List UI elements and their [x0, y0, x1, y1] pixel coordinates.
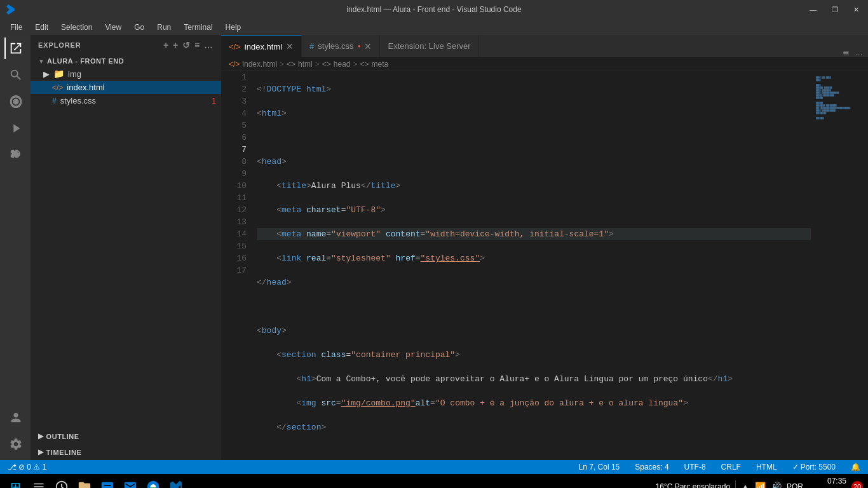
menu-go[interactable]: Go	[129, 22, 149, 33]
code-line-6: <meta charset="UTF-8">	[257, 204, 811, 216]
sidebar-item-index-html[interactable]: </> index.html	[31, 81, 221, 94]
activity-account[interactable]	[4, 407, 26, 428]
tab-label-styles: styles.css	[318, 41, 353, 51]
taskbar-time: 07:35	[827, 476, 846, 487]
code-line-7: <meta name="viewport" content="width=dev…	[257, 228, 811, 240]
breadcrumb-icon: </>	[229, 60, 240, 69]
taskbar-mail[interactable]	[121, 477, 140, 488]
tab-index-html[interactable]: </> index.html ✕	[221, 35, 302, 57]
title-bar-controls[interactable]: — ❐ ✕	[807, 6, 862, 14]
activity-search[interactable]	[4, 64, 26, 86]
taskbar-timer-icon[interactable]	[52, 477, 71, 488]
taskbar-clock[interactable]: 07:35 24/05/2023	[808, 476, 846, 488]
window-title: index.html — Alura - Front end - Visual …	[346, 5, 521, 14]
restore-button[interactable]: ❐	[829, 6, 841, 14]
status-notifications[interactable]: 🔔	[848, 463, 863, 471]
tab-css-icon: #	[309, 41, 314, 51]
close-button[interactable]: ✕	[851, 6, 862, 14]
taskbar-file-manager[interactable]	[75, 477, 94, 488]
status-live-server[interactable]: ✓ Port: 5500	[790, 463, 838, 471]
activity-extensions[interactable]	[4, 144, 26, 166]
folder-name-img: img	[68, 69, 81, 79]
taskbar-task-view[interactable]	[29, 477, 48, 488]
editor-area: </> index.html ✕ # styles.css ● ✕ Extens…	[221, 35, 868, 460]
breadcrumb-html[interactable]: <> html	[287, 60, 313, 69]
code-line-15: </section>	[257, 421, 811, 433]
breadcrumb-meta[interactable]: <> meta	[360, 60, 389, 69]
tab-close-styles[interactable]: ✕	[364, 41, 372, 51]
status-language[interactable]: HTML	[754, 463, 780, 471]
code-line-3	[257, 132, 811, 144]
menu-terminal[interactable]: Terminal	[179, 22, 217, 33]
status-line-ending[interactable]: CRLF	[719, 463, 743, 471]
windows-start-button[interactable]: ⊞	[5, 477, 25, 488]
sidebar-bottom-sections: ▶ OUTLINE ▶ TIMELINE	[31, 428, 221, 460]
chevron-right-icon: ▶	[38, 432, 44, 440]
tab-close-index[interactable]: ✕	[286, 41, 294, 51]
code-content[interactable]: <!DOCTYPE html> <html> <head> <title>Alu…	[252, 71, 811, 460]
code-line-13: <h1>Com a Combo+, você pode aproveitar o…	[257, 373, 811, 385]
css-badge: 1	[212, 97, 216, 105]
editor-layout-icons: ≣ …	[837, 48, 868, 57]
taskbar-language[interactable]: POR	[787, 482, 803, 488]
menu-file[interactable]: File	[5, 22, 27, 33]
status-encoding[interactable]: UTF-8	[682, 463, 709, 471]
activity-explorer[interactable]	[4, 37, 26, 59]
taskbar-edge[interactable]	[144, 477, 163, 488]
menu-bar: File Edit Selection View Go Run Terminal…	[0, 19, 868, 35]
code-line-9: </head>	[257, 276, 811, 288]
code-line-14: <img src="img/combo.png"alt="O combo + é…	[257, 397, 811, 409]
activity-source-control[interactable]	[4, 91, 26, 112]
refresh-icon[interactable]: ↺	[182, 40, 191, 50]
main-layout: EXPLORER + + ↺ ≡ … ▼ ALURA - FRONT END ▶…	[0, 35, 868, 460]
breadcrumb-head[interactable]: <> head	[322, 60, 351, 69]
activity-run-debug[interactable]	[4, 118, 26, 139]
status-position[interactable]: Ln 7, Col 15	[576, 463, 623, 471]
menu-selection[interactable]: Selection	[56, 22, 97, 33]
notification-count[interactable]: 20	[851, 481, 863, 488]
more-icon[interactable]: …	[204, 40, 214, 50]
code-editor[interactable]: 12345 678910 1112131415 1617 <!DOCTYPE h…	[221, 71, 868, 460]
tab-label-index: index.html	[245, 42, 282, 51]
collapse-icon[interactable]: ≡	[194, 40, 200, 50]
taskbar-tray-expand[interactable]: ▲	[741, 482, 750, 488]
new-file-icon[interactable]: +	[163, 40, 169, 50]
line-numbers: 12345 678910 1112131415 1617	[221, 71, 252, 460]
taskbar-volume-icon[interactable]: 🔊	[771, 482, 782, 488]
activity-settings[interactable]	[4, 433, 26, 455]
sidebar-header-icons: + + ↺ ≡ …	[163, 40, 214, 50]
tab-styles-css[interactable]: # styles.css ● ✕	[302, 35, 380, 57]
live-server-icon: ✓	[792, 463, 799, 471]
tab-bar: </> index.html ✕ # styles.css ● ✕ Extens…	[221, 35, 868, 57]
minimize-button[interactable]: —	[807, 6, 819, 13]
taskbar: ⊞ 16°C Parc ensolarado ▲ 📶 🔊 POR 07:35 2…	[0, 474, 868, 488]
status-port: Port: 5500	[801, 463, 836, 471]
sidebar-item-img[interactable]: ▶ 📁 img	[31, 67, 221, 81]
menu-edit[interactable]: Edit	[30, 22, 53, 33]
status-source-control[interactable]: ⎇ ⊘ 0 ⚠ 1	[5, 463, 49, 471]
taskbar-store[interactable]	[98, 477, 117, 488]
bell-icon: 🔔	[851, 463, 860, 471]
menu-view[interactable]: View	[100, 22, 126, 33]
more-actions-icon[interactable]: …	[855, 48, 863, 57]
new-folder-icon[interactable]: +	[173, 40, 179, 50]
sidebar: EXPLORER + + ↺ ≡ … ▼ ALURA - FRONT END ▶…	[31, 35, 221, 460]
taskbar-vscode[interactable]	[166, 477, 186, 488]
project-folder[interactable]: ▼ ALURA - FRONT END	[31, 55, 221, 67]
status-errors: ⊘ 0	[18, 463, 31, 471]
breadcrumb: </> index.html > <> html > <> head > <> …	[221, 57, 868, 71]
split-editor-icon[interactable]: ≣	[843, 48, 850, 57]
sidebar-item-styles-css[interactable]: # styles.css 1	[31, 94, 221, 107]
tab-live-server[interactable]: Extension: Live Server	[380, 35, 478, 57]
tab-html-icon: </>	[229, 42, 241, 51]
status-spaces[interactable]: Spaces: 4	[632, 463, 671, 471]
timeline-section[interactable]: ▶ TIMELINE	[31, 444, 221, 460]
breadcrumb-file[interactable]: index.html	[242, 60, 277, 69]
menu-help[interactable]: Help	[220, 22, 247, 33]
outline-section[interactable]: ▶ OUTLINE	[31, 428, 221, 444]
taskbar-weather[interactable]: 16°C Parc ensolarado	[656, 482, 731, 488]
chevron-right-icon: ▶	[43, 69, 50, 79]
menu-run[interactable]: Run	[152, 22, 176, 33]
taskbar-network-icon[interactable]: 📶	[755, 482, 766, 488]
tag-icon-head: <>	[322, 60, 331, 69]
